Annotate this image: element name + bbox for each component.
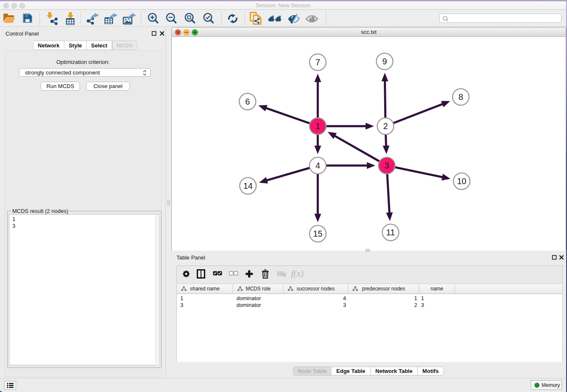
svg-text:10: 10 [457,177,466,186]
svg-text:15: 15 [313,229,322,238]
svg-text:4: 4 [315,161,320,170]
svg-text:9: 9 [382,57,387,66]
svg-text:11: 11 [386,228,395,237]
svg-text:8: 8 [458,92,463,102]
svg-text:6: 6 [245,97,250,106]
svg-text:2: 2 [383,121,388,131]
svg-text:14: 14 [243,181,253,190]
svg-text:1: 1 [315,121,320,131]
svg-text:3: 3 [384,161,389,170]
svg-text:7: 7 [315,58,320,67]
